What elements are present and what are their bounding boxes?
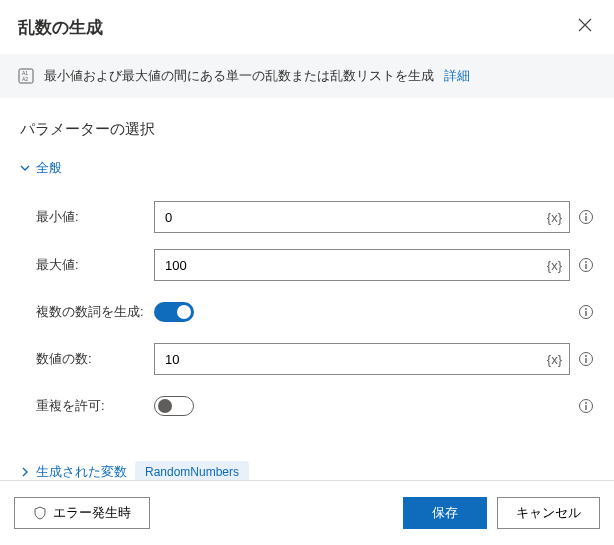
save-button[interactable]: 保存	[403, 497, 487, 529]
shield-icon	[33, 506, 47, 520]
min-label: 最小値:	[36, 208, 154, 226]
svg-rect-17	[585, 405, 586, 410]
svg-rect-11	[585, 311, 586, 316]
max-label: 最大値:	[36, 256, 154, 274]
svg-rect-14	[585, 358, 586, 363]
min-input[interactable]	[154, 201, 570, 233]
group-general-label: 全般	[36, 159, 62, 177]
generated-vars-header[interactable]: 生成された変数	[20, 463, 127, 481]
gen-multiple-toggle[interactable]	[154, 302, 194, 322]
description-text: 最小値および最大値の間にある単一の乱数または乱数リストを生成 詳細	[44, 67, 470, 85]
allow-dup-label: 重複を許可:	[36, 397, 154, 415]
max-input[interactable]	[154, 249, 570, 281]
gen-multiple-info-button[interactable]	[578, 304, 594, 320]
max-info-button[interactable]	[578, 257, 594, 273]
svg-point-16	[585, 402, 587, 404]
dialog-body: パラメーターの選択 全般 最小値: {x} 最大値: {x}	[0, 98, 614, 495]
count-label: 数値の数:	[36, 350, 154, 368]
svg-point-10	[585, 308, 587, 310]
count-info-button[interactable]	[578, 351, 594, 367]
section-title: パラメーターの選択	[20, 120, 594, 139]
min-info-button[interactable]	[578, 209, 594, 225]
close-icon	[578, 18, 592, 32]
svg-rect-5	[585, 216, 586, 221]
allow-dup-toggle[interactable]	[154, 396, 194, 416]
count-input[interactable]	[154, 343, 570, 375]
description-bar: A1 A2 最小値および最大値の間にある単一の乱数または乱数リストを生成 詳細	[0, 54, 614, 98]
info-icon	[578, 257, 594, 273]
action-icon: A1 A2	[18, 68, 34, 84]
row-gen-multiple: 複数の数詞を生成:	[20, 289, 594, 335]
dialog-header: 乱数の生成	[0, 0, 614, 54]
svg-point-4	[585, 213, 587, 215]
cancel-button[interactable]: キャンセル	[497, 497, 600, 529]
generated-vars-label: 生成された変数	[36, 463, 127, 481]
row-allow-dup: 重複を許可:	[20, 383, 594, 429]
svg-point-7	[585, 261, 587, 263]
info-icon	[578, 209, 594, 225]
row-max: 最大値: {x}	[20, 241, 594, 289]
info-icon	[578, 398, 594, 414]
gen-multiple-label: 複数の数詞を生成:	[36, 303, 154, 321]
svg-text:A2: A2	[22, 76, 28, 82]
chevron-down-icon	[20, 163, 30, 173]
svg-rect-8	[585, 264, 586, 269]
on-error-button[interactable]: エラー発生時	[14, 497, 150, 529]
allow-dup-info-button[interactable]	[578, 398, 594, 414]
dialog-title: 乱数の生成	[18, 16, 103, 39]
group-general-header[interactable]: 全般	[20, 159, 594, 177]
info-icon	[578, 351, 594, 367]
row-min: 最小値: {x}	[20, 193, 594, 241]
svg-point-13	[585, 355, 587, 357]
close-button[interactable]	[574, 14, 596, 40]
details-link[interactable]: 詳細	[444, 68, 470, 83]
dialog-footer: エラー発生時 保存 キャンセル	[0, 480, 614, 545]
chevron-right-icon	[20, 467, 30, 477]
row-count: 数値の数: {x}	[20, 335, 594, 383]
info-icon	[578, 304, 594, 320]
